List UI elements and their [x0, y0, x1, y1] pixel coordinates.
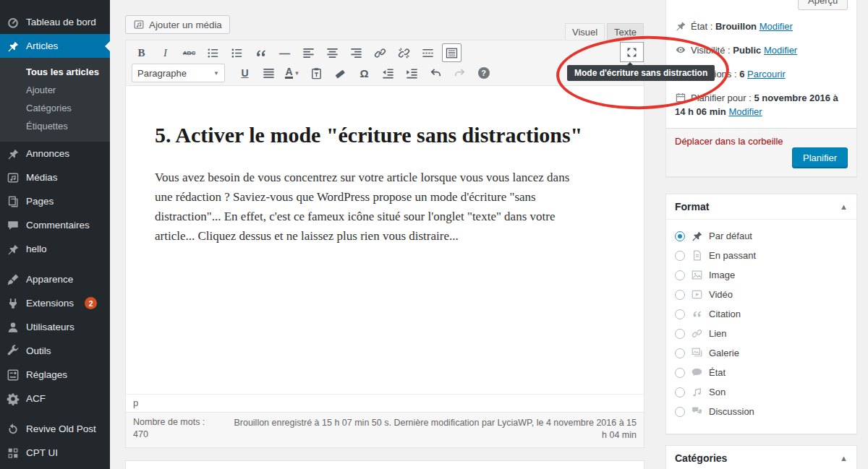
remove-link-button[interactable]	[394, 43, 414, 62]
sidebar-item-commentaires[interactable]: Commentaires	[0, 213, 110, 237]
toolbar-toggle-icon	[445, 46, 459, 60]
format-label: Galerie	[709, 348, 739, 358]
submenu-item-add[interactable]: Ajouter	[0, 81, 110, 99]
bold-button[interactable]: B	[132, 43, 151, 62]
paste-text-icon	[310, 66, 323, 80]
help-button[interactable]: ?	[474, 64, 493, 82]
italic-button[interactable]: I	[156, 43, 175, 62]
tab-text[interactable]: Texte	[607, 23, 644, 40]
visibility-edit-link[interactable]: Modifier	[764, 45, 797, 56]
pushpin-icon	[7, 147, 20, 160]
indent-button[interactable]	[402, 64, 422, 82]
schedule-submit-button[interactable]: Planifier	[792, 147, 848, 168]
radio[interactable]	[675, 368, 685, 378]
underline-button[interactable]: U	[235, 64, 255, 82]
justify-button[interactable]	[259, 64, 278, 82]
format-option-image[interactable]: Image	[675, 265, 848, 285]
radio[interactable]	[675, 270, 685, 280]
sidebar-item-hello[interactable]: hello	[0, 237, 110, 261]
align-center-button[interactable]	[323, 43, 342, 62]
pushpin-icon	[691, 230, 703, 242]
status-edit-link[interactable]: Modifier	[760, 21, 793, 32]
pushpin-icon	[7, 243, 20, 256]
schedule-edit-link[interactable]: Modifier	[728, 106, 762, 117]
sidebar-item-label: Revive Old Post	[26, 423, 96, 434]
strikethrough-button[interactable]: ABC	[179, 43, 199, 62]
radio-checked[interactable]	[675, 231, 685, 241]
tab-visual[interactable]: Visuel	[565, 23, 605, 40]
sidebar-item-annonces[interactable]: Annonces	[0, 142, 110, 165]
format-option-quote[interactable]: Citation	[675, 304, 848, 324]
sidebar-item-utilisateurs[interactable]: Utilisateurs	[0, 315, 110, 339]
format-option-link[interactable]: Lien	[675, 324, 848, 343]
format-option-gallery[interactable]: Galerie	[675, 343, 848, 363]
text-color-button[interactable]: A ▼	[283, 64, 302, 82]
submenu-item-all-articles[interactable]: Tous les articles	[0, 63, 110, 81]
special-character-button[interactable]: Ω	[354, 64, 374, 82]
numbered-list-button[interactable]	[227, 43, 247, 62]
categories-header[interactable]: Catégories ▲	[666, 446, 856, 469]
sidebar-item-articles[interactable]: Articles	[0, 34, 110, 58]
revisions-browse-link[interactable]: Parcourir	[747, 69, 786, 79]
format-header[interactable]: Format ▲	[666, 194, 856, 220]
redo-button[interactable]	[450, 64, 469, 82]
horizontal-rule-button[interactable]: —	[275, 43, 294, 62]
insert-link-button[interactable]	[370, 43, 390, 62]
more-tag-button[interactable]	[418, 43, 438, 62]
radio[interactable]	[675, 329, 685, 339]
format-option-status[interactable]: État	[675, 363, 848, 382]
sidebar-item-acf[interactable]: ACF	[0, 387, 110, 410]
blockquote-button[interactable]	[251, 43, 271, 62]
bullet-list-button[interactable]	[203, 43, 223, 62]
paste-as-text-button[interactable]	[307, 64, 326, 82]
radio[interactable]	[675, 309, 685, 319]
radio[interactable]	[675, 348, 685, 358]
comments-icon	[7, 219, 20, 232]
chat-icon	[691, 405, 703, 418]
plugin-icon	[7, 297, 20, 310]
format-option-aside[interactable]: En passant	[675, 246, 848, 265]
visibility-row: Visibilité : Public Modifier	[675, 43, 848, 57]
sidebar-item-medias[interactable]: Médias	[0, 165, 110, 189]
paragraph-format-select[interactable]: Paragraphe ▼	[132, 64, 225, 82]
format-title: Format	[675, 201, 709, 212]
format-option-audio[interactable]: Son	[675, 382, 848, 402]
sidebar-item-apparence[interactable]: Apparence	[0, 267, 110, 291]
editor-toolbar: B I ABC — Paragraphe ▼ U	[126, 40, 644, 86]
radio[interactable]	[675, 290, 685, 300]
align-left-button[interactable]	[299, 43, 318, 62]
radio[interactable]	[675, 407, 685, 417]
collapse-toggle-icon[interactable]: ▲	[840, 202, 848, 211]
toolbar-toggle-button[interactable]	[442, 43, 461, 62]
next-metabox-edge	[125, 460, 644, 469]
move-to-trash-link[interactable]: Déplacer dans la corbeille	[675, 136, 783, 147]
status-value: Brouillon	[715, 21, 757, 32]
radio[interactable]	[675, 387, 685, 397]
sidebar-item-outils[interactable]: Outils	[0, 339, 110, 363]
preview-button[interactable]: Aperçu	[798, 0, 848, 10]
radio[interactable]	[675, 251, 685, 261]
word-count-label: Nombre de mots :	[133, 417, 205, 427]
element-path-bar[interactable]: p	[126, 394, 644, 412]
submenu-item-tags[interactable]: Étiquettes	[0, 117, 110, 135]
sidebar-item-pages[interactable]: Pages	[0, 189, 110, 213]
submenu-item-categories[interactable]: Catégories	[0, 99, 110, 117]
undo-button[interactable]	[426, 64, 446, 82]
sidebar-item-reglages[interactable]: Réglages	[0, 363, 110, 387]
sidebar-item-revive-old-post[interactable]: Revive Old Post	[0, 417, 110, 441]
format-option-chat[interactable]: Discussion	[675, 402, 848, 421]
editor-content-area[interactable]: 5. Activer le mode "écriture sans distra…	[126, 86, 644, 394]
outdent-button[interactable]	[378, 64, 398, 82]
link-icon	[691, 327, 703, 340]
sidebar-item-extensions[interactable]: Extensions 2	[0, 291, 110, 315]
format-option-default[interactable]: Par défaut	[675, 226, 848, 246]
align-right-button[interactable]	[346, 43, 366, 62]
add-media-button[interactable]: Ajouter un média	[125, 15, 230, 34]
collapse-toggle-icon[interactable]: ▲	[840, 454, 848, 462]
sidebar-item-cpt-ui[interactable]: CPT UI	[0, 441, 110, 465]
sidebar-item-dashboard[interactable]: Tableau de bord	[0, 10, 110, 34]
post-status-icon	[675, 20, 686, 32]
format-label: Par défaut	[709, 231, 752, 241]
format-option-video[interactable]: Vidéo	[675, 285, 848, 304]
clear-formatting-button[interactable]	[331, 64, 350, 82]
